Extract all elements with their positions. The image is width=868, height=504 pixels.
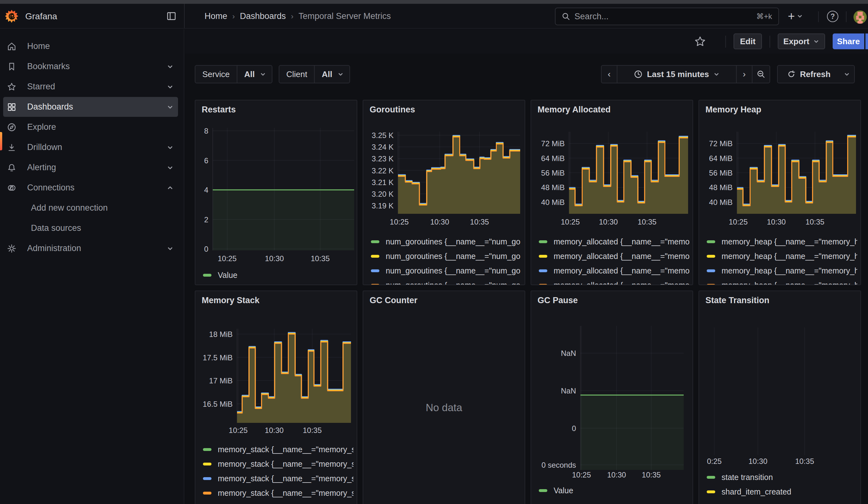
legend-item[interactable]: num_goroutines {__name__="num_go: [371, 249, 521, 263]
chevron-down-icon: [844, 71, 850, 78]
sidebar-item-data-sources[interactable]: Data sources: [3, 218, 178, 238]
search-input[interactable]: [575, 12, 752, 21]
legend-item[interactable]: memory_stack {__name__="memory_s: [203, 442, 353, 457]
chevron-down-icon: [797, 13, 803, 19]
legend-item[interactable]: memory_allocated {__name__="memo: [539, 234, 689, 249]
client-filter: Client All: [279, 65, 350, 83]
panel-title[interactable]: Memory Heap: [705, 105, 761, 115]
svg-text:10:30: 10:30: [607, 471, 626, 479]
chevron-down-icon[interactable]: [167, 104, 174, 111]
share-menu-button[interactable]: [865, 33, 868, 49]
svg-text:0:25: 0:25: [707, 457, 722, 465]
legend-item[interactable]: memory_heap {__name__="memory_h: [707, 263, 857, 278]
legend-item[interactable]: state transition: [707, 470, 857, 484]
chevron-down-icon[interactable]: [167, 83, 174, 90]
legend-item[interactable]: memory_allocated {__name__="memo: [539, 278, 689, 285]
svg-text:10:35: 10:35: [303, 426, 322, 434]
avatar[interactable]: [854, 10, 867, 24]
panel-title[interactable]: State Transition: [705, 296, 769, 305]
dashboard-canvas: Service All Client All ‹ Last 15 minutes…: [185, 54, 868, 504]
sidebar-item-drilldown[interactable]: Drilldown: [3, 137, 178, 157]
series-color: [203, 274, 211, 277]
chevron-down-icon: [338, 71, 344, 78]
chevron-down-icon[interactable]: [167, 245, 174, 252]
legend-item[interactable]: num_goroutines {__name__="num_go: [371, 278, 521, 285]
svg-text:10:30: 10:30: [430, 218, 449, 226]
legend-item[interactable]: num_goroutines {__name__="num_go: [371, 263, 521, 278]
chevron-down-icon[interactable]: [167, 63, 174, 70]
chevron-down-icon[interactable]: [167, 144, 174, 151]
series-color: [707, 476, 715, 479]
add-menu-button[interactable]: +: [788, 11, 803, 21]
sidebar-item-home[interactable]: Home: [3, 36, 178, 56]
legend-item[interactable]: memory_stack {__name__="memory_s: [203, 486, 353, 500]
toolbar-divider: [769, 36, 770, 48]
zoom-out-icon: [757, 70, 765, 79]
svg-text:10:35: 10:35: [638, 218, 657, 226]
legend-item[interactable]: memory_allocated {__name__="memo: [539, 249, 689, 263]
service-filter-value[interactable]: All: [237, 66, 272, 83]
legend-item[interactable]: memory_heap {__name__="memory_h: [707, 249, 857, 263]
svg-text:0: 0: [204, 245, 208, 253]
refresh-button[interactable]: Refresh: [777, 65, 840, 83]
window-chrome-strip: [0, 0, 868, 4]
sidebar-item-add-new-connection[interactable]: Add new connection: [3, 198, 178, 218]
svg-text:10:25: 10:25: [218, 254, 237, 263]
svg-text:10:35: 10:35: [642, 471, 661, 479]
time-shift-back-button[interactable]: ‹: [601, 65, 617, 83]
panel-title[interactable]: Memory Allocated: [538, 105, 611, 115]
legend-item[interactable]: memory_allocated {__name__="memo: [539, 263, 689, 278]
svg-text:3.19 K: 3.19 K: [372, 202, 394, 210]
sidebar-item-dashboards[interactable]: Dashboards: [3, 97, 178, 117]
edit-button[interactable]: Edit: [734, 33, 762, 49]
panel-title[interactable]: Goroutines: [370, 105, 415, 115]
legend-item[interactable]: Value: [539, 483, 689, 498]
svg-text:4: 4: [204, 186, 208, 194]
grafana-logo-icon[interactable]: [5, 10, 18, 23]
chevron-up-icon[interactable]: [167, 184, 174, 192]
sidebar-item-connections[interactable]: Connections: [3, 178, 178, 198]
panel-memory-allocated: Memory Allocated 72 MiB64 MiB56 MiB48 Mi…: [530, 100, 693, 285]
svg-text:10:25: 10:25: [229, 426, 248, 434]
panel-title[interactable]: GC Pause: [538, 296, 578, 305]
breadcrumb-dashboards[interactable]: Dashboards: [240, 11, 286, 21]
time-shift-forward-button[interactable]: ›: [736, 65, 753, 83]
panel-title[interactable]: Memory Stack: [202, 296, 259, 305]
series-color: [707, 269, 715, 272]
time-range-picker[interactable]: Last 15 minutes: [617, 65, 737, 83]
favorite-star-icon[interactable]: [694, 35, 706, 48]
svg-text:6: 6: [204, 156, 208, 165]
legend-item[interactable]: memory_stack {__name__="memory_s: [203, 457, 353, 471]
svg-text:3.22 K: 3.22 K: [372, 166, 394, 175]
breadcrumb-home[interactable]: Home: [205, 11, 227, 21]
breadcrumb: Home › Dashboards › Temporal Server Metr…: [205, 11, 391, 21]
legend-item[interactable]: Value: [203, 268, 353, 282]
search-box[interactable]: ⌘+k: [555, 8, 779, 25]
svg-text:16.5 MiB: 16.5 MiB: [203, 400, 232, 408]
chevron-down-icon[interactable]: [167, 164, 174, 171]
svg-text:72 MiB: 72 MiB: [541, 139, 565, 148]
sidebar-item-explore[interactable]: Explore: [3, 117, 178, 137]
panel-title[interactable]: GC Counter: [370, 296, 417, 305]
sidebar-item-bookmarks[interactable]: Bookmarks: [3, 56, 178, 76]
help-icon[interactable]: ?: [827, 11, 838, 22]
legend-item[interactable]: memory_stack {__name__="memory_s: [203, 471, 353, 486]
export-button[interactable]: Export: [778, 33, 825, 49]
legend-item[interactable]: shard_item_created: [707, 484, 857, 499]
series-color: [707, 240, 715, 243]
sidebar-item-alerting[interactable]: Alerting: [3, 157, 178, 177]
share-button[interactable]: Share: [833, 33, 864, 49]
refresh-interval-button[interactable]: [840, 65, 855, 83]
svg-text:17 MiB: 17 MiB: [209, 377, 232, 385]
client-filter-value[interactable]: All: [315, 66, 349, 83]
sidebar-item-starred[interactable]: Starred: [3, 77, 178, 96]
panel-gc-pause: GC Pause NaNNaN00 seconds10:2510:3010:35…: [530, 290, 693, 504]
sidebar-item-administration[interactable]: Administration: [3, 238, 178, 258]
legend-item[interactable]: num_goroutines {__name__="num_go: [371, 234, 521, 249]
time-zoom-out-button[interactable]: [752, 65, 770, 83]
legend-item[interactable]: memory_heap {__name__="memory_h: [707, 234, 857, 249]
legend-item[interactable]: memory_heap {__name__="memory_h: [707, 278, 857, 285]
mega-menu-toggle-icon[interactable]: [166, 11, 177, 21]
panel-title[interactable]: Restarts: [202, 105, 236, 115]
series-color: [371, 284, 379, 286]
